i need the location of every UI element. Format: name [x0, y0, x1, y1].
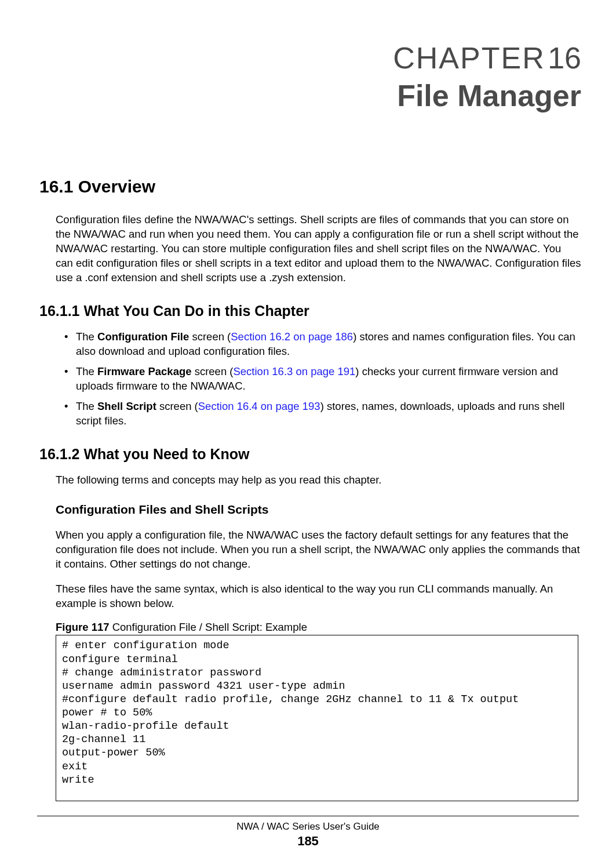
- bullet-prefix: The: [76, 330, 97, 343]
- code-example: # enter configuration mode configure ter…: [56, 635, 578, 801]
- chapter-title: File Manager: [39, 78, 581, 113]
- figure-label: Figure 117 Configuration File / Shell Sc…: [56, 621, 581, 634]
- bullet-mid: screen (: [189, 330, 231, 343]
- config-files-para2: These files have the same syntax, which …: [56, 582, 581, 611]
- footer-divider: [37, 816, 579, 816]
- bullet-prefix: The: [76, 365, 97, 377]
- bullet-bold: Firmware Package: [97, 365, 191, 377]
- bullet-link[interactable]: Section 16.2 on page 186: [231, 330, 353, 343]
- subheading-config-files: Configuration Files and Shell Scripts: [56, 503, 581, 517]
- chapter-label-rest: HAPTER: [416, 41, 545, 75]
- overview-paragraph: Configuration files define the NWA/WAC's…: [56, 213, 581, 285]
- footer-guide-name: NWA / WAC Series User's Guide: [0, 821, 616, 833]
- section-heading-overview: 16.1 Overview: [39, 177, 581, 197]
- chapter-label-prefix: C: [393, 41, 416, 75]
- figure-label-bold: Figure 117: [56, 621, 110, 633]
- page-number: 185: [0, 834, 616, 849]
- chapter-header: CHAPTER 16 File Manager: [39, 41, 581, 113]
- page-footer: NWA / WAC Series User's Guide 185: [0, 816, 616, 849]
- chapter-label: CHAPTER 16: [39, 41, 581, 75]
- config-files-para1: When you apply a configuration file, the…: [56, 528, 581, 572]
- figure-label-rest: Configuration File / Shell Script: Examp…: [110, 621, 307, 633]
- bullet-item-shell-script: The Shell Script screen (Section 16.4 on…: [67, 399, 581, 428]
- bullet-bold: Configuration File: [97, 330, 189, 343]
- bullet-item-config-file: The Configuration File screen (Section 1…: [67, 330, 581, 359]
- bullet-item-firmware: The Firmware Package screen (Section 16.…: [67, 365, 581, 394]
- bullet-prefix: The: [76, 400, 97, 412]
- bullet-mid: screen (: [192, 365, 234, 377]
- bullet-bold: Shell Script: [97, 400, 156, 412]
- bullet-link[interactable]: Section 16.3 on page 191: [233, 365, 355, 377]
- section-heading-what-you-can-do: 16.1.1 What You Can Do in this Chapter: [39, 303, 581, 319]
- bullet-link[interactable]: Section 16.4 on page 193: [198, 400, 320, 412]
- bullet-list: The Configuration File screen (Section 1…: [67, 330, 581, 428]
- chapter-number: 16: [548, 41, 581, 75]
- need-to-know-intro: The following terms and concepts may hel…: [56, 473, 581, 488]
- bullet-mid: screen (: [156, 400, 198, 412]
- section-heading-need-to-know: 16.1.2 What you Need to Know: [39, 446, 581, 463]
